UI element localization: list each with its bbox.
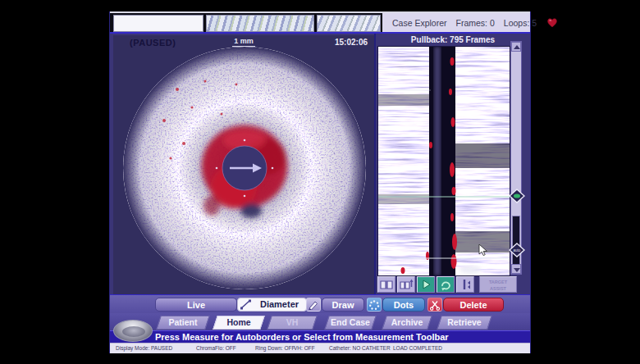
dots-icon[interactable]	[367, 298, 382, 312]
tab-archive[interactable]: Archive	[382, 316, 432, 330]
heart-icon	[546, 16, 559, 30]
svg-text:auto: auto	[514, 248, 521, 253]
loop-icon[interactable]	[437, 276, 455, 293]
play-icon[interactable]	[417, 276, 435, 293]
scissors-icon[interactable]	[427, 298, 442, 312]
vh-status: VH: OFF	[294, 345, 315, 351]
ivus-image[interactable]	[113, 35, 374, 294]
ivus-console-screen: Case Explorer Frames: 0 Loops: 5	[109, 11, 531, 353]
tab-end-case[interactable]: End Case	[324, 316, 377, 330]
display-mode-status: Display Mode: PAUSED	[116, 345, 172, 351]
pullback-scrollbar[interactable]	[510, 41, 522, 275]
scrollbar-thumb[interactable]	[512, 216, 520, 266]
trackball-oval-button[interactable]	[113, 320, 153, 342]
loops-count: Loops: 5	[504, 18, 537, 28]
measurement-toolbar: Live Diameter Draw Dots Delete	[110, 294, 530, 313]
status-message: Press Measure for Autoborders or Select …	[155, 332, 449, 342]
diameter-button[interactable]: Diameter	[237, 298, 307, 312]
scroll-up-icon[interactable]	[511, 42, 521, 52]
navigation-tabs: Patient Home VH End Case Archive Retriev…	[110, 313, 530, 330]
target-assist-button[interactable]: TARGET ASSIST	[479, 276, 517, 293]
frames-count: Frames: 0	[456, 18, 495, 28]
catheter-status: Catheter: NO CATHETER	[329, 345, 391, 351]
status-bar: Press Measure for Autoborders or Select …	[110, 330, 530, 343]
pencil-icon[interactable]	[306, 298, 321, 312]
marker-diamond-icon[interactable]	[509, 189, 525, 203]
live-button[interactable]: Live	[155, 298, 237, 312]
bookmark-add-icon[interactable]	[397, 276, 415, 293]
frame-slider-icon[interactable]	[456, 276, 474, 293]
main-display-area: (PAUSED) 1 mm 15:02:06 Pullback: 795 Fra…	[110, 32, 530, 294]
tab-retrieve[interactable]: Retrieve	[437, 316, 492, 330]
tab-home[interactable]: Home	[213, 316, 265, 330]
measure-line-icon	[239, 298, 253, 311]
pullback-longitudinal-view[interactable]	[377, 46, 510, 276]
thumbnail-empty[interactable]	[113, 15, 203, 32]
pullback-panel: Pullback: 795 Frames	[374, 34, 530, 296]
draw-button[interactable]: Draw	[322, 298, 364, 312]
load-status: LOAD COMPLETED	[393, 345, 442, 351]
auto-marker-diamond-icon[interactable]: auto	[509, 243, 525, 257]
scroll-down-icon[interactable]	[511, 264, 521, 274]
thumbnail-image-1[interactable]	[206, 15, 314, 32]
ivus-cross-section-view[interactable]: (PAUSED) 1 mm 15:02:06	[113, 35, 374, 294]
pullback-title: Pullback: 795 Frames	[376, 35, 530, 44]
chromaflo-status: ChromaFlo: OFF	[196, 345, 236, 351]
case-explorer-bar: Case Explorer Frames: 0 Loops: 5	[382, 13, 530, 34]
tab-patient[interactable]: Patient	[156, 316, 210, 330]
bookmark-list-icon[interactable]	[377, 276, 395, 293]
timestamp-label: 15:02:06	[335, 38, 368, 47]
thumbnail-image-2[interactable]	[317, 15, 381, 32]
case-explorer-button[interactable]: Case Explorer	[392, 18, 447, 28]
delete-button[interactable]: Delete	[443, 298, 504, 312]
pullback-toolbar: TARGET ASSIST	[377, 276, 530, 293]
dots-button[interactable]: Dots	[382, 298, 425, 312]
mouse-cursor-icon	[478, 244, 487, 260]
catheter-track	[429, 47, 455, 275]
ring-down-status: Ring Down: OFF	[255, 345, 295, 351]
system-info-strip: Display Mode: PAUSED ChromaFlo: OFF Ring…	[110, 343, 530, 353]
thumbnail-strip: Case Explorer Frames: 0 Loops: 5	[110, 11, 530, 32]
tab-vh[interactable]: VH	[267, 316, 318, 330]
